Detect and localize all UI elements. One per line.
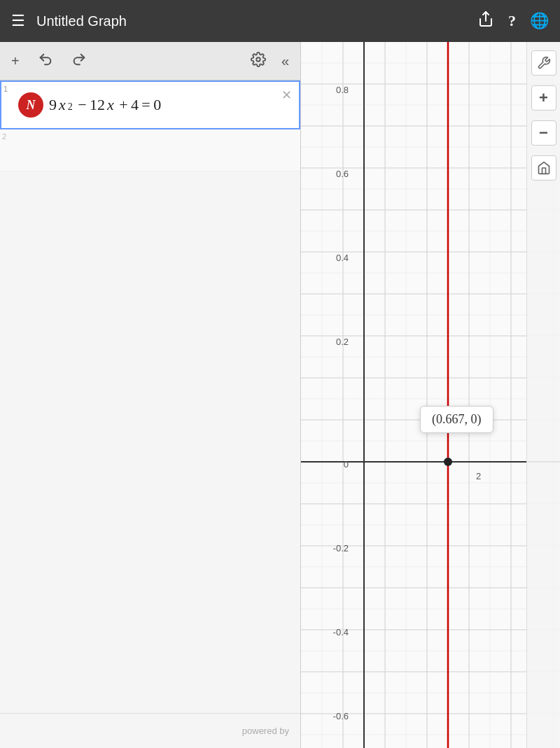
svg-text:0.2: 0.2 [336, 337, 349, 347]
expression-number-1: 1 [1, 82, 15, 128]
main-layout: + « [0, 42, 560, 748]
svg-text:0.8: 0.8 [336, 85, 349, 95]
expression-formula-1[interactable]: 9x2 − 12x + 4 = 0 [46, 82, 299, 128]
home-button[interactable] [531, 155, 556, 181]
redo-button[interactable] [69, 49, 90, 73]
app-header: ☰ Untitled Graph ? 🌐 [0, 0, 560, 42]
expression-number-2: 2 [0, 129, 14, 171]
zoom-in-button[interactable]: + [531, 85, 556, 111]
header-actions: ? 🌐 [477, 10, 549, 31]
menu-icon[interactable]: ☰ [11, 12, 25, 30]
svg-text:2: 2 [476, 471, 481, 481]
globe-icon[interactable]: 🌐 [530, 12, 549, 30]
svg-text:0: 0 [344, 459, 349, 470]
toolbar-right: « [248, 49, 292, 73]
svg-text:-0.6: -0.6 [333, 711, 349, 721]
add-expression-button[interactable]: + [8, 50, 22, 72]
desmos-logo: N [18, 92, 43, 118]
page-title: Untitled Graph [36, 13, 477, 29]
graph-right-sidebar: + − [526, 42, 560, 748]
powered-by-text: powered by [242, 726, 289, 736]
expression-icon-1: N [15, 82, 46, 128]
tooltip-text: (0.667, 0) [432, 412, 482, 426]
svg-point-82 [444, 458, 452, 466]
wrench-button[interactable] [531, 50, 556, 76]
svg-rect-2 [301, 42, 560, 748]
settings-button[interactable] [248, 49, 269, 73]
graph-panel[interactable]: 0.8 0.6 0.4 0.2 0 -0.2 -0.4 -0.6 2 (0.66… [301, 42, 560, 748]
svg-point-1 [256, 57, 260, 62]
expression-row-2[interactable]: 2 [0, 129, 300, 171]
help-icon[interactable]: ? [508, 12, 516, 30]
graph-svg: 0.8 0.6 0.4 0.2 0 -0.2 -0.4 -0.6 2 [301, 42, 560, 748]
graph-canvas: 0.8 0.6 0.4 0.2 0 -0.2 -0.4 -0.6 2 (0.66… [301, 42, 560, 748]
powered-by-footer: powered by [0, 713, 300, 748]
svg-text:0.4: 0.4 [336, 253, 349, 263]
expression-toolbar: + « [0, 42, 300, 80]
expression-panel: + « [0, 42, 301, 748]
formula-display-1: 9x2 − 12x + 4 = 0 [49, 96, 161, 114]
svg-text:-0.2: -0.2 [333, 543, 349, 553]
svg-text:-0.4: -0.4 [333, 627, 349, 637]
share-icon[interactable] [477, 10, 494, 31]
expression-list: 1 N 9x2 − 12x + 4 = 0 ✕ 2 [0, 80, 300, 713]
collapse-panel-button[interactable]: « [279, 50, 292, 72]
undo-button[interactable] [35, 49, 56, 73]
coordinate-tooltip: (0.667, 0) [420, 406, 493, 433]
delete-expression-1-button[interactable]: ✕ [281, 87, 292, 103]
zoom-out-button[interactable]: − [531, 120, 556, 146]
svg-text:0.6: 0.6 [336, 169, 349, 179]
expression-row-1[interactable]: 1 N 9x2 − 12x + 4 = 0 ✕ [0, 80, 300, 129]
